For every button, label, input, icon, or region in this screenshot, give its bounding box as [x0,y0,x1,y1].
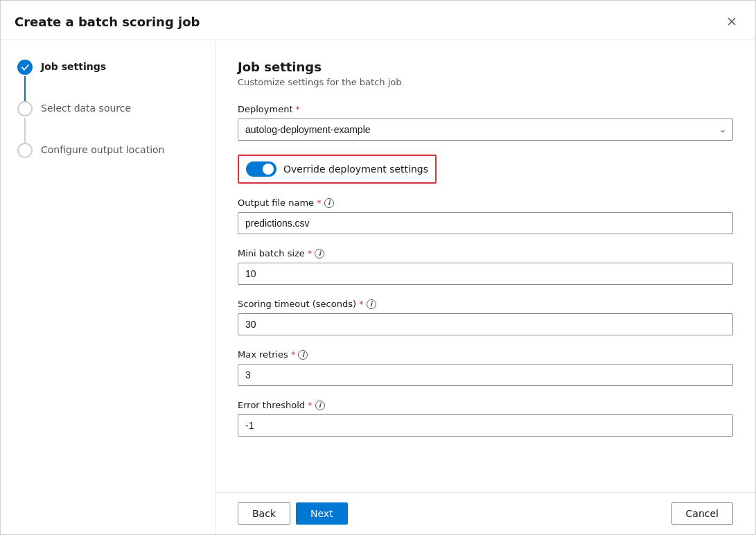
step-group-3: Configure output location [17,143,198,158]
close-icon [728,17,736,26]
scoring-timeout-label: Scoring timeout (seconds) * i [238,299,733,309]
max-retries-required-star: * [291,349,296,360]
output-file-name-required-star: * [317,198,322,208]
override-toggle-label: Override deployment settings [283,164,428,175]
scoring-timeout-input[interactable] [238,313,733,335]
close-button[interactable] [722,12,741,31]
error-threshold-required-star: * [308,400,313,410]
error-threshold-group: Error threshold * i [238,400,733,437]
mini-batch-size-required-star: * [308,248,313,258]
sidebar-item-select-data-source: Select data source [41,101,131,114]
max-retries-label: Max retries * i [238,349,733,360]
mini-batch-size-label: Mini batch size * i [238,248,733,258]
dialog-footer: Back Next Cancel [216,492,755,534]
toggle-track [246,161,276,177]
step-line-2 [24,118,26,143]
override-toggle-row: Override deployment settings [238,155,437,184]
deployment-select[interactable]: autolog-deployment-example [238,119,733,141]
step-row-2: Select data source [17,101,198,143]
output-file-name-group: Output file name * i [238,198,733,234]
mini-batch-size-group: Mini batch size * i [238,248,733,285]
dialog-title: Create a batch scoring job [15,15,200,29]
step-row-1: Job settings [17,60,198,101]
dialog-header: Create a batch scoring job [1,1,755,40]
step-group-2: Select data source [17,101,198,143]
override-toggle[interactable] [246,161,276,177]
scoring-timeout-group: Scoring timeout (seconds) * i [238,299,733,335]
step-indicator-3 [17,143,33,158]
sidebar-item-job-settings: Job settings [41,60,106,72]
max-retries-group: Max retries * i [238,349,733,386]
max-retries-input[interactable] [238,364,733,386]
step-row-3: Configure output location [17,143,198,158]
output-file-name-info-icon: i [324,198,334,208]
step-group-1: Job settings [17,60,198,101]
step-indicator-1 [17,60,33,101]
dialog-body: Job settings Select data source [1,40,755,534]
mini-batch-size-input[interactable] [238,263,733,285]
step-circle-2 [17,101,33,116]
cancel-button[interactable]: Cancel [671,502,733,525]
deployment-required-star: * [296,104,301,114]
mini-batch-size-info-icon: i [315,249,324,258]
main-content: Job settings Customize settings for the … [216,40,755,534]
error-threshold-input[interactable] [238,414,733,437]
checkmark-icon [21,64,29,71]
section-title: Job settings [238,60,733,74]
footer-left-buttons: Back Next [238,502,348,525]
toggle-thumb [263,164,274,175]
deployment-label: Deployment * [238,104,733,114]
error-threshold-label: Error threshold * i [238,400,733,410]
step-circle-1 [17,60,33,75]
scoring-timeout-info-icon: i [367,299,376,309]
scoring-timeout-required-star: * [359,299,364,309]
output-file-name-input[interactable] [238,212,733,234]
sidebar-item-configure-output: Configure output location [41,143,164,155]
deployment-field-group: Deployment * autolog-deployment-example … [238,104,733,141]
error-threshold-info-icon: i [315,401,325,410]
deployment-select-wrapper: autolog-deployment-example ⌄ [238,119,733,141]
section-subtitle: Customize settings for the batch job [238,77,733,87]
back-button[interactable]: Back [238,502,290,525]
step-indicator-2 [17,101,33,143]
max-retries-info-icon: i [298,350,308,360]
content-scroll-area: Job settings Customize settings for the … [216,40,755,492]
step-line-1 [24,76,26,101]
step-circle-3 [17,143,33,158]
create-batch-scoring-dialog: Create a batch scoring job [0,0,756,535]
output-file-name-label: Output file name * i [238,198,733,208]
sidebar: Job settings Select data source [1,40,216,534]
next-button[interactable]: Next [296,502,348,525]
